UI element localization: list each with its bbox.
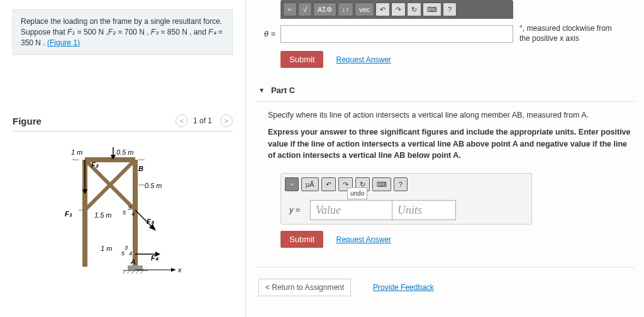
svg-text:A: A xyxy=(130,258,135,265)
svg-text:3: 3 xyxy=(125,245,128,251)
undo2-icon[interactable]: ↶ xyxy=(321,177,336,191)
figure-nav-text: 1 of 1 xyxy=(193,116,212,125)
theta-label: θ = xyxy=(255,29,280,38)
undo-tooltip: undo xyxy=(347,187,367,199)
svg-text:4: 4 xyxy=(129,250,132,257)
partc-instructions: Express your answer to three significant… xyxy=(268,126,631,162)
value-input[interactable]: Value xyxy=(311,201,392,220)
svg-text:0.5 m: 0.5 m xyxy=(145,182,162,189)
sqrt-icon[interactable]: √ xyxy=(298,3,312,16)
keyboard-icon[interactable]: ⌨ xyxy=(423,3,441,16)
svg-marker-21 xyxy=(171,268,176,272)
svg-text:5: 5 xyxy=(123,209,126,216)
submit-button-c[interactable]: Submit xyxy=(280,231,323,248)
svg-text:F₂: F₂ xyxy=(91,161,99,169)
svg-text:F₁: F₁ xyxy=(65,210,72,218)
units-input[interactable]: Units xyxy=(392,201,455,220)
svg-text:F₃: F₃ xyxy=(147,218,154,225)
undo-icon[interactable]: ↶ xyxy=(375,3,390,16)
keyboard2-icon[interactable]: ⌨ xyxy=(372,177,391,191)
updown-icon[interactable]: ↓↑ xyxy=(338,3,353,16)
svg-text:B: B xyxy=(138,165,143,172)
problem-statement: Replace the loading on the frame by a si… xyxy=(13,9,233,55)
svg-text:F₄: F₄ xyxy=(151,254,158,262)
svg-text:3: 3 xyxy=(128,205,131,211)
refresh-icon[interactable]: ↻ xyxy=(407,3,421,16)
help2-button[interactable]: ? xyxy=(394,177,408,191)
svg-text:1.5 m: 1.5 m xyxy=(94,211,112,219)
help-button[interactable]: ? xyxy=(443,3,457,16)
theta-input[interactable] xyxy=(280,25,513,43)
svg-text:0.5 m: 0.5 m xyxy=(116,148,134,156)
template-icon[interactable]: ▫▫ xyxy=(283,3,297,16)
y-label: y = xyxy=(286,204,305,216)
figure-link[interactable]: (Figure 1) xyxy=(47,38,80,47)
provide-feedback-link[interactable]: Provide Feedback xyxy=(373,283,434,292)
svg-line-8 xyxy=(127,270,130,274)
figure-diagram: 1 m0.5 m F₂B 0.5 m F₁1.5 m 345 F₃ 1 m 34… xyxy=(13,147,233,295)
ua-button[interactable]: μÅ xyxy=(301,177,319,191)
svg-line-7 xyxy=(123,270,126,274)
partb-toolbar: ▫▫ √ ΑΣΦ ↓↑ vec ↶ ↷ ↻ ⌨ ? xyxy=(280,0,513,19)
svg-text:x: x xyxy=(177,266,182,274)
submit-button-b[interactable]: Submit xyxy=(280,51,323,68)
partc-description: Specify where its line of action interse… xyxy=(268,109,631,121)
svg-text:5: 5 xyxy=(121,250,125,257)
template2-icon[interactable]: ▫ xyxy=(285,177,299,191)
greek-button[interactable]: ΑΣΦ xyxy=(313,3,336,16)
svg-text:1 m: 1 m xyxy=(101,245,112,252)
request-answer-b[interactable]: Request Answer xyxy=(336,55,391,64)
figure-next-button[interactable]: > xyxy=(220,114,233,127)
figure-prev-button[interactable]: < xyxy=(175,114,188,127)
theta-unit: °, measured clockwise from the positive … xyxy=(519,24,620,43)
return-button[interactable]: < Return to Assignment xyxy=(258,279,351,296)
redo-icon[interactable]: ↷ xyxy=(391,3,406,16)
partc-header[interactable]: ▼ Part C xyxy=(255,79,635,102)
svg-line-10 xyxy=(136,270,139,274)
svg-text:1 m: 1 m xyxy=(71,148,82,156)
figure-title: Figure xyxy=(13,116,172,126)
svg-line-11 xyxy=(140,270,143,274)
collapse-icon: ▼ xyxy=(258,87,265,94)
svg-text:4: 4 xyxy=(131,211,135,217)
request-answer-c[interactable]: Request Answer xyxy=(336,234,391,245)
svg-line-9 xyxy=(131,270,135,274)
vec-button[interactable]: vec xyxy=(355,3,374,16)
